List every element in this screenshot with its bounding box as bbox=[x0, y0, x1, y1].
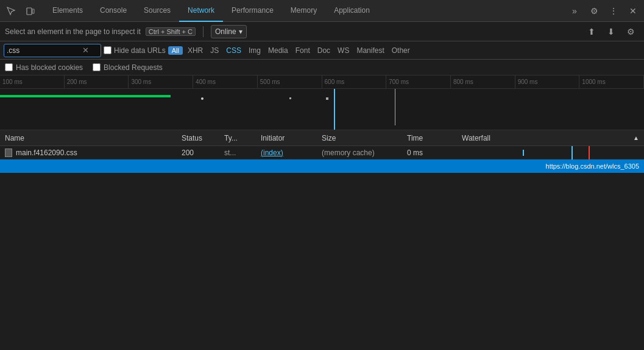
info-bar: Select an element in the page to inspect… bbox=[0, 22, 644, 41]
info-bar-right: ⬆ ⬇ ⚙ bbox=[583, 23, 639, 40]
filter-js[interactable]: JS bbox=[208, 46, 221, 55]
waterfall-blue-bar bbox=[523, 150, 524, 156]
tick-700ms: 700 ms bbox=[386, 75, 451, 88]
timeline-area bbox=[0, 89, 644, 130]
table-header: Name Status Ty... Initiator Size Time Wa… bbox=[0, 130, 644, 146]
search-box: ✕ bbox=[4, 44, 101, 57]
close-devtools-icon[interactable]: ✕ bbox=[625, 2, 642, 19]
status-bar: https://blog.csdn.net/wlcs_6305 bbox=[0, 159, 644, 173]
tick-100ms: 100 ms bbox=[0, 75, 65, 88]
tick-800ms: 800 ms bbox=[451, 75, 515, 88]
filter-doc[interactable]: Doc bbox=[315, 46, 333, 55]
select-element-icon[interactable] bbox=[2, 2, 19, 19]
settings-icon-2[interactable]: ⚙ bbox=[622, 23, 639, 40]
filter-bar: ✕ Hide data URLs All XHR JS CSS Img Medi… bbox=[0, 41, 644, 60]
filter-font[interactable]: Font bbox=[293, 46, 313, 55]
col-header-type[interactable]: Ty... bbox=[224, 134, 261, 142]
timeline-dot-3 bbox=[326, 97, 328, 100]
col-header-size[interactable]: Size bbox=[322, 134, 407, 142]
filter-ws[interactable]: WS bbox=[335, 46, 352, 55]
tab-network[interactable]: Network bbox=[179, 0, 223, 22]
divider bbox=[203, 26, 203, 37]
row-name: main.f4162090.css bbox=[5, 149, 182, 157]
tab-application[interactable]: Application bbox=[325, 0, 378, 22]
col-header-time[interactable]: Time bbox=[407, 134, 462, 142]
filter-other[interactable]: Other bbox=[389, 46, 412, 55]
network-throttle-select[interactable]: Online ▾ bbox=[211, 25, 247, 38]
clear-search-icon[interactable]: ✕ bbox=[82, 46, 89, 54]
table-row[interactable]: main.f4162090.css 200 st... (index) (mem… bbox=[0, 146, 644, 159]
chevron-down-icon: ▾ bbox=[239, 27, 242, 36]
blue-timeline-line bbox=[334, 89, 335, 130]
tab-performance[interactable]: Performance bbox=[223, 0, 282, 22]
timeline-ruler: 100 ms 200 ms 300 ms 400 ms 500 ms 600 m… bbox=[0, 75, 644, 89]
col-header-name[interactable]: Name bbox=[5, 134, 182, 142]
green-progress-bar bbox=[0, 95, 171, 97]
filter-xhr[interactable]: XHR bbox=[185, 46, 205, 55]
svg-rect-0 bbox=[27, 8, 32, 15]
devtools-icons bbox=[2, 2, 39, 19]
checkbox-row: Has blocked cookies Blocked Requests bbox=[0, 60, 644, 75]
tab-console[interactable]: Console bbox=[91, 0, 135, 22]
network-table: Name Status Ty... Initiator Size Time Wa… bbox=[0, 130, 644, 159]
blocked-cookies-check[interactable] bbox=[5, 63, 13, 71]
col-header-status[interactable]: Status bbox=[182, 134, 224, 142]
timeline: 100 ms 200 ms 300 ms 400 ms 500 ms 600 m… bbox=[0, 75, 644, 130]
filter-manifest[interactable]: Manifest bbox=[354, 46, 386, 55]
dark-timeline-line bbox=[395, 89, 395, 125]
hide-data-urls-checkbox[interactable]: Hide data URLs bbox=[104, 46, 166, 55]
col-header-waterfall[interactable]: Waterfall ▲ bbox=[462, 134, 639, 142]
status-url: https://blog.csdn.net/wlcs_6305 bbox=[546, 163, 639, 170]
tab-elements[interactable]: Elements bbox=[44, 0, 91, 22]
download-icon[interactable]: ⬇ bbox=[603, 23, 620, 40]
svg-rect-1 bbox=[32, 9, 34, 13]
settings-icon[interactable]: ⚙ bbox=[586, 2, 603, 19]
tick-200ms: 200 ms bbox=[65, 75, 129, 88]
tab-memory[interactable]: Memory bbox=[282, 0, 325, 22]
filter-img[interactable]: Img bbox=[246, 46, 263, 55]
tab-bar-right: » ⚙ ⋮ ✕ bbox=[566, 2, 642, 19]
row-initiator: (index) bbox=[261, 149, 322, 157]
tick-400ms: 400 ms bbox=[193, 75, 258, 88]
blocked-requests-check[interactable] bbox=[93, 63, 101, 71]
file-icon bbox=[5, 149, 12, 157]
filter-css[interactable]: CSS bbox=[224, 46, 244, 55]
waterfall-red-line bbox=[589, 146, 590, 159]
tab-sources[interactable]: Sources bbox=[135, 0, 179, 22]
waterfall-blue-line bbox=[571, 146, 573, 159]
shortcut-label: Ctrl + Shift + C bbox=[146, 27, 196, 36]
row-time: 0 ms bbox=[407, 149, 462, 157]
row-type: st... bbox=[224, 149, 261, 157]
upload-icon[interactable]: ⬆ bbox=[583, 23, 600, 40]
search-input[interactable] bbox=[7, 46, 80, 55]
tick-500ms: 500 ms bbox=[258, 75, 322, 88]
timeline-dot-1 bbox=[201, 97, 203, 100]
hide-data-urls-check[interactable] bbox=[104, 46, 111, 54]
row-waterfall bbox=[462, 146, 639, 159]
timeline-dot-2 bbox=[289, 97, 291, 99]
sort-arrow-icon: ▲ bbox=[633, 135, 639, 141]
more-options-icon[interactable]: ⋮ bbox=[605, 2, 622, 19]
tab-bar: Elements Console Sources Network Perform… bbox=[0, 0, 644, 22]
more-tabs-icon[interactable]: » bbox=[566, 2, 583, 19]
filter-all-button[interactable]: All bbox=[168, 46, 183, 55]
device-toggle-icon[interactable] bbox=[22, 2, 39, 19]
blocked-cookies-label[interactable]: Has blocked cookies bbox=[5, 63, 83, 72]
tick-1000ms: 1000 ms bbox=[579, 75, 644, 88]
row-status: 200 bbox=[182, 149, 224, 157]
tick-600ms: 600 ms bbox=[322, 75, 387, 88]
filter-media[interactable]: Media bbox=[266, 46, 291, 55]
col-header-initiator[interactable]: Initiator bbox=[261, 134, 322, 142]
blocked-requests-label[interactable]: Blocked Requests bbox=[93, 63, 163, 72]
tick-300ms: 300 ms bbox=[129, 75, 193, 88]
row-size: (memory cache) bbox=[322, 149, 407, 157]
tick-900ms: 900 ms bbox=[515, 75, 580, 88]
info-text: Select an element in the page to inspect… bbox=[5, 27, 141, 36]
